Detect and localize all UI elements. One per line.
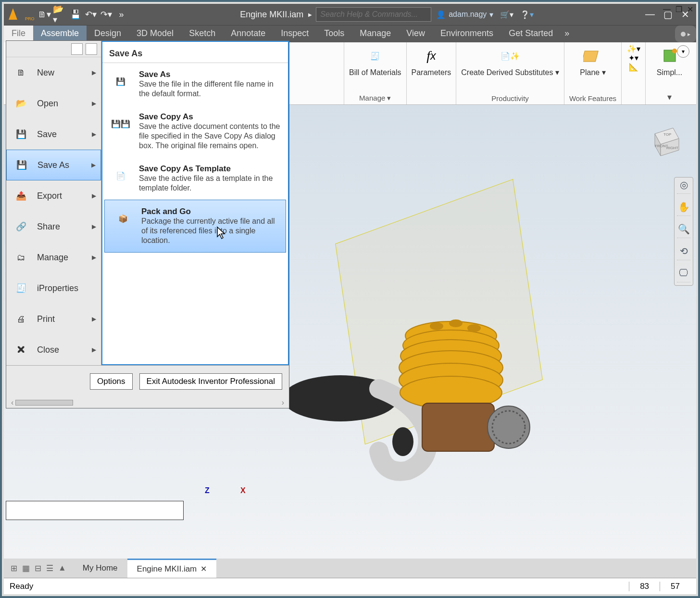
title-dropdown-icon[interactable]: ▶ xyxy=(308,12,312,17)
chevron-right-icon: ▶ xyxy=(92,254,96,261)
quick-access-toolbar: 🗎▾ 📂▾ 💾 ↶▾ ↷▾ » xyxy=(38,7,129,22)
inner-minimize-icon[interactable]: — xyxy=(663,5,671,14)
bom-icon: 🧾 xyxy=(363,44,387,67)
viewcube-right: RIGHT xyxy=(666,146,678,150)
tab-3dmodel[interactable]: 3D Model xyxy=(129,25,181,42)
workfeatures-caption: Work Features xyxy=(569,94,616,104)
file-menu-new[interactable]: 🗎New▶ xyxy=(6,57,101,88)
file-menu-iproperties[interactable]: 🧾iProperties xyxy=(6,273,101,304)
tab-file[interactable]: File xyxy=(4,25,33,42)
qat-undo-icon[interactable]: ↶▾ xyxy=(84,7,98,22)
qat-save-icon[interactable]: 💾 xyxy=(68,7,83,22)
parameters-label: Parameters xyxy=(412,68,451,77)
tab-layout4-icon[interactable]: ☰ xyxy=(46,563,53,573)
svg-rect-0 xyxy=(583,51,598,62)
help-icon[interactable]: ❔▾ xyxy=(520,10,534,19)
qat-new-icon[interactable]: 🗎▾ xyxy=(38,7,52,22)
save-template-icon: 📄 xyxy=(109,164,132,187)
bom-label: Bill of Materials xyxy=(349,68,401,77)
scroll-right-icon[interactable]: › xyxy=(282,398,284,407)
svg-point-2 xyxy=(672,49,677,53)
fx-icon: fx xyxy=(420,44,443,67)
tab-assemble[interactable]: Assemble xyxy=(33,25,87,42)
iproperties-icon: 🧾 xyxy=(11,278,31,298)
tab-layout3-icon[interactable]: ⊟ xyxy=(35,563,41,573)
qat-redo-icon[interactable]: ↷▾ xyxy=(99,7,113,22)
appearance-toggle[interactable]: ▸ xyxy=(675,25,696,42)
nav-rotate-icon[interactable]: ⟲ xyxy=(677,247,690,260)
svg-point-13 xyxy=(430,322,443,330)
tab-active-document[interactable]: Engine MKII.iam ✕ xyxy=(127,559,217,578)
tab-tools[interactable]: Tools xyxy=(316,25,352,42)
minimize-icon[interactable]: — xyxy=(645,9,655,20)
save-copy-as-icon: 💾💾 xyxy=(109,112,132,135)
assembly-model[interactable] xyxy=(283,249,542,499)
thumbnail-large-icon[interactable] xyxy=(86,43,97,55)
mouse-cursor-icon xyxy=(216,226,226,240)
submenu-save-copy-as[interactable]: 💾💾 Save Copy AsSave the active document … xyxy=(102,105,288,157)
submenu-pack-and-go[interactable]: 📦 Pack and GoPackage the currently activ… xyxy=(104,200,286,253)
nav-orbit-icon[interactable]: ◎ xyxy=(677,180,690,194)
nav-lookat-icon[interactable]: 🖵 xyxy=(677,269,690,282)
tab-design[interactable]: Design xyxy=(87,25,129,42)
file-menu-share[interactable]: 🔗Share▶ xyxy=(6,211,101,242)
tab-close-icon[interactable]: ✕ xyxy=(200,564,207,573)
cart-icon[interactable]: 🛒▾ xyxy=(500,10,513,19)
search-input[interactable] xyxy=(316,7,431,22)
thumbnail-small-icon[interactable] xyxy=(71,43,83,55)
ribbon-expander-icon[interactable]: ▾ xyxy=(677,45,689,58)
nav-pan-icon[interactable]: ✋ xyxy=(677,203,690,216)
file-menu-save[interactable]: 💾Save▶ xyxy=(6,119,101,150)
exit-button[interactable]: Exit Autodesk Inventor Professional xyxy=(139,373,282,390)
file-menu-close[interactable]: 🗙Close▶ xyxy=(6,334,101,365)
status-text: Ready xyxy=(10,582,33,591)
tab-my-home[interactable]: My Home xyxy=(73,559,127,578)
file-menu-submenu: Save As 💾 Save AsSave the file in the di… xyxy=(101,41,289,365)
user-dropdown-icon: ▾ xyxy=(489,10,493,19)
tab-getstarted[interactable]: Get Started xyxy=(501,25,561,42)
view-cube[interactable]: TOP FRONT RIGHT xyxy=(645,119,687,161)
inner-close-icon[interactable]: ✕ xyxy=(687,5,693,14)
file-menu-scrollbar[interactable]: ‹ › xyxy=(6,397,289,408)
tab-view[interactable]: View xyxy=(399,25,433,42)
submenu-save-copy-template[interactable]: 📄 Save Copy As TemplateSave the active f… xyxy=(102,157,288,200)
command-input-box[interactable] xyxy=(6,501,184,520)
scroll-thumb[interactable] xyxy=(15,400,73,406)
tab-environments[interactable]: Environments xyxy=(433,25,501,42)
qat-open-icon[interactable]: 📂▾ xyxy=(53,7,67,22)
inner-restore-icon[interactable]: ❐ xyxy=(675,5,682,14)
scroll-left-icon[interactable]: ‹ xyxy=(11,398,13,407)
tab-up-icon[interactable]: ▲ xyxy=(58,563,66,573)
new-icon: 🗎 xyxy=(11,63,31,83)
status-value-2: 57 xyxy=(660,582,690,591)
user-name: adam.nagy xyxy=(449,10,487,19)
ribbon-group-bom[interactable]: 🧾 Bill of Materials Manage ▾ xyxy=(344,42,406,104)
ribbon-group-parameters[interactable]: fx Parameters xyxy=(406,42,456,104)
file-menu-export[interactable]: 📤Export▶ xyxy=(6,180,101,211)
options-button[interactable]: Options xyxy=(90,373,133,390)
ribbon-tabs: File Assemble Design 3D Model Sketch Ann… xyxy=(4,25,696,42)
file-menu-manage[interactable]: 🗂Manage▶ xyxy=(6,242,101,273)
tab-layout-icon[interactable]: ⊞ xyxy=(11,563,17,573)
file-menu-save-as[interactable]: 💾Save As▶ xyxy=(6,150,101,180)
user-account[interactable]: 👤 adam.nagy ▾ xyxy=(436,10,493,19)
tab-inspect[interactable]: Inspect xyxy=(273,25,316,42)
ribbon-group-plane[interactable]: Plane ▾ Work Features xyxy=(564,42,621,104)
tab-layout2-icon[interactable]: ▦ xyxy=(22,563,30,573)
open-icon: 📂 xyxy=(11,93,31,114)
nav-zoom-icon[interactable]: 🔍 xyxy=(677,225,690,238)
export-icon: 📤 xyxy=(11,186,31,206)
ribbon-group-derived[interactable]: 📄✨ Create Derived Substitutes ▾ Producti… xyxy=(456,42,564,104)
tab-sketch[interactable]: Sketch xyxy=(181,25,223,42)
ribbon-group-workfeature-extra[interactable]: ✨▾ ✦▾ 📐 xyxy=(621,42,645,104)
tab-annotate[interactable]: Annotate xyxy=(223,25,273,42)
app-edition-label: PRO xyxy=(25,11,35,27)
submenu-save-as[interactable]: 💾 Save AsSave the file in the different … xyxy=(102,63,288,105)
file-menu-open[interactable]: 📂Open▶ xyxy=(6,88,101,119)
productivity-caption: Productivity xyxy=(491,94,529,104)
document-title: Engine MKII.iam xyxy=(240,10,303,20)
qat-more-icon[interactable]: » xyxy=(114,7,129,22)
file-menu-print[interactable]: 🖨Print▶ xyxy=(6,304,101,334)
tab-manage[interactable]: Manage xyxy=(352,25,399,42)
chevron-right-icon: ▶ xyxy=(92,223,96,230)
